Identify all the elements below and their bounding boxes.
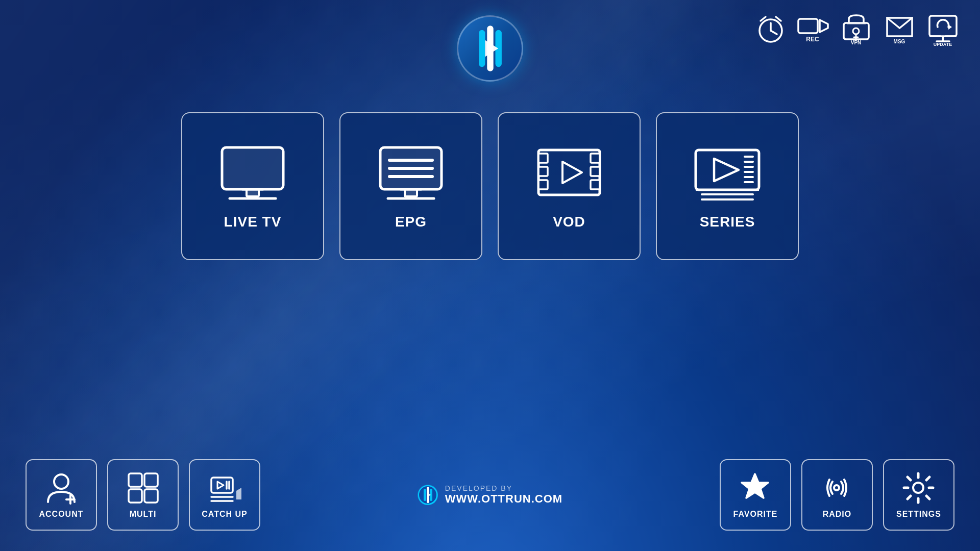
catch-up-icon	[208, 471, 241, 505]
catch-up-button[interactable]: CATCH UP	[189, 459, 260, 531]
series-icon	[692, 142, 763, 204]
svg-marker-10	[820, 20, 828, 32]
svg-point-13	[853, 28, 859, 34]
epg-card[interactable]: EPG	[339, 112, 482, 260]
svg-line-19	[900, 18, 913, 28]
svg-marker-48	[562, 162, 582, 183]
developer-logo	[418, 485, 438, 505]
svg-rect-64	[144, 473, 158, 487]
svg-marker-56	[714, 159, 739, 181]
multi-button[interactable]: MULTI	[107, 459, 179, 531]
vod-icon	[533, 142, 605, 204]
radio-label: RADIO	[823, 510, 852, 519]
epg-label: EPG	[395, 214, 427, 230]
catch-up-label: CATCH UP	[202, 510, 247, 519]
svg-text:UPDATE: UPDATE	[934, 42, 952, 46]
svg-marker-79	[742, 474, 768, 498]
svg-text:REC: REC	[806, 36, 819, 43]
multi-label: MULTI	[130, 510, 157, 519]
svg-rect-66	[144, 489, 158, 503]
developer-url: WWW.OTTRUN.COM	[445, 492, 562, 506]
vod-card[interactable]: VOD	[498, 112, 641, 260]
header: REC VPN	[0, 0, 980, 82]
alarm-button[interactable]	[755, 13, 786, 46]
vod-label: VOD	[553, 214, 585, 230]
radio-icon	[820, 471, 853, 505]
svg-rect-47	[591, 180, 600, 189]
svg-line-6	[771, 31, 777, 34]
live-tv-card[interactable]: LIVE TV	[181, 112, 324, 260]
radio-button[interactable]: RADIO	[801, 459, 873, 531]
svg-text:VPN: VPN	[851, 40, 862, 45]
main-navigation-grid: LIVE TV EPG	[181, 112, 799, 260]
account-icon	[45, 471, 78, 505]
svg-rect-39	[405, 189, 417, 196]
favorite-button[interactable]: FAVORITE	[720, 459, 791, 531]
svg-rect-0	[479, 30, 485, 67]
account-button[interactable]: ACCOUNT	[26, 459, 97, 531]
bottom-right-cards: FAVORITE RADIO	[720, 459, 954, 531]
series-label: SERIES	[700, 214, 755, 230]
live-tv-icon	[217, 142, 288, 204]
svg-point-81	[913, 483, 923, 493]
svg-line-18	[887, 18, 900, 28]
svg-text:MSG: MSG	[894, 39, 905, 44]
settings-label: SETTINGS	[896, 510, 941, 519]
app-logo[interactable]	[457, 15, 523, 82]
rec-button[interactable]: REC	[796, 13, 829, 46]
top-icons-bar: REC VPN	[755, 13, 960, 46]
bottom-bar: ACCOUNT MULTI	[0, 459, 980, 531]
svg-marker-68	[217, 482, 224, 489]
svg-rect-31	[247, 189, 259, 196]
update-button[interactable]: UPDATE	[926, 13, 960, 46]
epg-icon	[375, 142, 447, 204]
svg-rect-45	[591, 154, 600, 163]
bottom-left-cards: ACCOUNT MULTI	[26, 459, 260, 531]
developer-credit: DEVELOPED BY WWW.OTTRUN.COM	[418, 484, 562, 506]
vpn-button[interactable]: VPN	[840, 13, 873, 46]
svg-rect-63	[129, 473, 142, 487]
svg-rect-65	[129, 489, 142, 503]
svg-marker-26	[948, 24, 952, 30]
svg-rect-42	[538, 154, 548, 163]
svg-point-80	[834, 485, 839, 490]
msg-button[interactable]: MSG	[883, 13, 916, 46]
account-label: ACCOUNT	[39, 510, 84, 519]
favorite-icon	[739, 471, 772, 505]
svg-point-60	[54, 474, 68, 489]
svg-rect-43	[538, 167, 548, 176]
developer-prefix: DEVELOPED BY	[445, 484, 562, 492]
settings-button[interactable]: SETTINGS	[883, 459, 954, 531]
live-tv-label: LIVE TV	[224, 214, 282, 230]
svg-rect-44	[538, 180, 548, 189]
svg-marker-73	[236, 488, 241, 499]
svg-rect-75	[424, 489, 426, 501]
series-card[interactable]: SERIES	[656, 112, 799, 260]
settings-icon	[902, 471, 935, 505]
multi-icon	[127, 471, 160, 505]
svg-rect-46	[591, 167, 600, 176]
svg-rect-9	[798, 19, 818, 33]
svg-rect-29	[222, 147, 283, 189]
favorite-label: FAVORITE	[733, 510, 778, 519]
